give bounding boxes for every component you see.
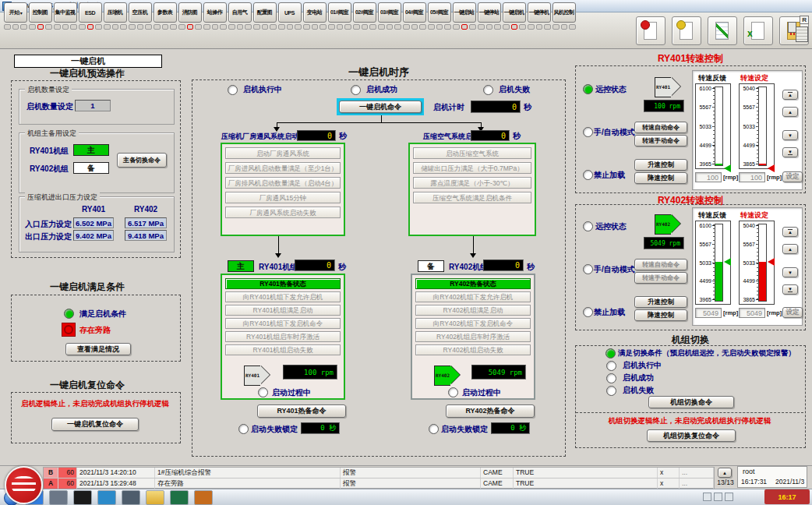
toolbar-button[interactable]: 02#阀室 <box>353 2 376 30</box>
ry401-set-button[interactable]: 设定 <box>782 171 803 182</box>
ry401-fail-lock-timer: 0 秒 <box>301 422 340 434</box>
ry401-speed-up-button[interactable]: 升速控制 <box>634 159 687 171</box>
toolbar-button[interactable]: 站操作 <box>203 2 227 30</box>
switch-reset-button[interactable]: 机组切换复位命令 <box>647 429 736 442</box>
toolbar-button[interactable]: 控制图 <box>29 2 52 30</box>
qty-input[interactable]: 1 <box>75 100 111 111</box>
toolbar-button[interactable]: 参数表 <box>154 2 177 30</box>
ry401-standby-button[interactable]: RY401热备命令 <box>257 404 346 418</box>
start-command-button[interactable]: 一键启机命令 <box>339 101 422 113</box>
taskbar-clock[interactable]: 16:17 <box>764 489 810 504</box>
toolbar-button[interactable]: 变电站 <box>303 2 327 30</box>
alarm-row[interactable]: B 60 2021/11/3 14:20:10 1#压缩机综合报警 报警 CAM… <box>44 468 714 479</box>
toolbar-button[interactable]: 一键停站 <box>478 2 501 30</box>
toolbar-indicator-lamps <box>453 24 476 30</box>
step-up-button[interactable]: ▲ <box>782 107 798 117</box>
toolbar-button[interactable]: 05#阀室 <box>428 2 451 30</box>
status-lamp-icon <box>228 85 238 95</box>
toolbar-button[interactable]: 开始▾ <box>4 2 27 30</box>
ry402-speed-down-button[interactable]: 降速控制 <box>634 309 687 321</box>
start-reset-button[interactable]: 一键启机复位命令 <box>51 418 139 431</box>
toolbar-button[interactable]: 03#阀室 <box>378 2 401 30</box>
scroll-bottom-button[interactable]: ▼ <box>782 284 798 295</box>
toolbar-button[interactable]: 一键停机 <box>528 2 551 30</box>
ry402-compressor-icon: RY402 <box>434 366 450 386</box>
toolbar-button[interactable]: 01#阀室 <box>328 2 351 30</box>
toolbar-button[interactable]: 空压机 <box>129 2 152 30</box>
inlet-pressure-label: 入口压力设定 <box>25 219 72 230</box>
ry402-speed-manual-button[interactable]: 转速手动命令 <box>634 272 687 284</box>
bypass-alarm-lamp <box>62 323 76 337</box>
step-down-button[interactable]: ▼ <box>782 267 798 277</box>
toolbar-button[interactable]: 04#阀室 <box>403 2 426 30</box>
status-label: 启机成功 <box>623 373 654 383</box>
status-label: 启机执行中 <box>623 360 662 371</box>
unit-switch-button[interactable]: 机组切换命令 <box>648 396 734 408</box>
scroll-top-button[interactable]: ▲ <box>782 90 798 100</box>
outlet-pressure-ry401[interactable]: 9.402 MPa <box>73 230 114 241</box>
toolbar-button[interactable]: UPS <box>278 2 302 30</box>
taskbar-app-icon[interactable] <box>122 490 140 505</box>
toolbar-button[interactable]: 消防图 <box>178 2 202 30</box>
condition-ok-label: 满足启机条件 <box>79 309 126 320</box>
toolbar-indicator-lamps <box>328 24 351 30</box>
ry401-setpoint-value[interactable]: 100 <box>739 172 765 182</box>
toolbar-button[interactable]: 自用气 <box>228 2 252 30</box>
slider-track <box>758 224 767 302</box>
taskbar-app-icon[interactable] <box>49 490 68 505</box>
taskbar-app-icon[interactable] <box>146 490 164 505</box>
toolbar-icon[interactable] <box>672 16 701 45</box>
taskbar-app-icon[interactable] <box>97 490 116 505</box>
scroll-top-button[interactable]: ▲ <box>782 227 798 237</box>
ry402-speed-up-button[interactable]: 升速控制 <box>634 296 687 308</box>
ry402-feedback-value: 5049 <box>695 308 722 318</box>
standby-switch-button[interactable]: 主备切换命令 <box>117 153 167 168</box>
toolbar-button[interactable]: ESD <box>79 2 102 30</box>
ry401-feedback-title: 转速反馈 <box>698 73 726 83</box>
alarm-row[interactable]: A 60 2021/11/3 15:29:48 存在旁路 报警 CAME TRU… <box>44 479 714 489</box>
sequence-status: 启机执行中 <box>228 85 282 94</box>
taskbar-app-icon[interactable] <box>194 490 213 505</box>
outlet-pressure-ry402[interactable]: 9.418 MPa <box>125 230 167 241</box>
ry402-feedback-slider[interactable]: 61005567503344993965 <box>695 221 731 305</box>
sequence-step: 厂房通风系统启动失败 <box>225 207 341 218</box>
step-up-button[interactable]: ▲ <box>782 244 798 254</box>
ry401-progress-lamp <box>258 387 268 397</box>
ry401-setpoint-slider[interactable]: 50405567503344993865 <box>739 83 775 169</box>
toolbar-icon[interactable] <box>708 16 737 45</box>
remote-session-icon[interactable]: R <box>788 16 810 47</box>
ry401-feedback-slider[interactable]: 61005567503344993965 <box>695 83 731 169</box>
toolbar-button[interactable]: 配置图 <box>253 2 277 30</box>
toolbar-button[interactable]: 风机控制 <box>553 2 576 30</box>
toolbar-button[interactable]: 压缩机 <box>104 2 127 30</box>
ry401-speed-down-button[interactable]: 降速控制 <box>634 172 687 184</box>
slider-pointer-icon[interactable] <box>768 164 775 172</box>
toolbar-button[interactable]: 一键启站 <box>453 2 476 30</box>
ry402-set-button[interactable]: 设定 <box>782 307 803 318</box>
tray-icon[interactable] <box>714 493 722 501</box>
slider-pointer-icon[interactable] <box>724 164 731 172</box>
scroll-bottom-button[interactable]: ▼ <box>782 147 798 157</box>
tray-icon[interactable] <box>725 493 733 501</box>
inlet-pressure-ry401[interactable]: 6.502 MPa <box>73 217 114 228</box>
slider-pointer-icon[interactable] <box>768 258 775 266</box>
step-down-button[interactable]: ▼ <box>782 130 798 140</box>
inlet-pressure-ry402[interactable]: 6.517 MPa <box>125 217 167 228</box>
ry402-standby-button[interactable]: RY402热备命令 <box>446 404 535 418</box>
ry402-setpoint-value[interactable]: 5049 <box>739 308 765 318</box>
ry401-speed-auto-button[interactable]: 转速自动命令 <box>634 122 687 133</box>
toolbar-button[interactable]: 一键启机 <box>503 2 526 30</box>
toolbar-icon[interactable] <box>743 16 773 45</box>
ry401-speed-manual-button[interactable]: 转速手动命令 <box>634 135 687 147</box>
alarm-scroll-up-button[interactable]: ▲ <box>718 468 732 478</box>
slider-pointer-icon[interactable] <box>724 258 731 266</box>
sequence-step: 向RY401机组下发启机命令 <box>225 318 341 329</box>
tray-icon[interactable] <box>703 493 711 501</box>
toolbar-icon[interactable] <box>636 16 665 45</box>
ry402-speed-auto-button[interactable]: 转速自动命令 <box>634 259 687 270</box>
taskbar-app-icon[interactable] <box>170 490 189 505</box>
view-conditions-button[interactable]: 查看满足情况 <box>65 343 131 355</box>
taskbar-app-icon[interactable] <box>73 490 92 505</box>
toolbar-button[interactable]: 集中监视 <box>54 2 77 30</box>
ry402-setpoint-slider[interactable]: 50405567503344993865 <box>739 221 775 305</box>
